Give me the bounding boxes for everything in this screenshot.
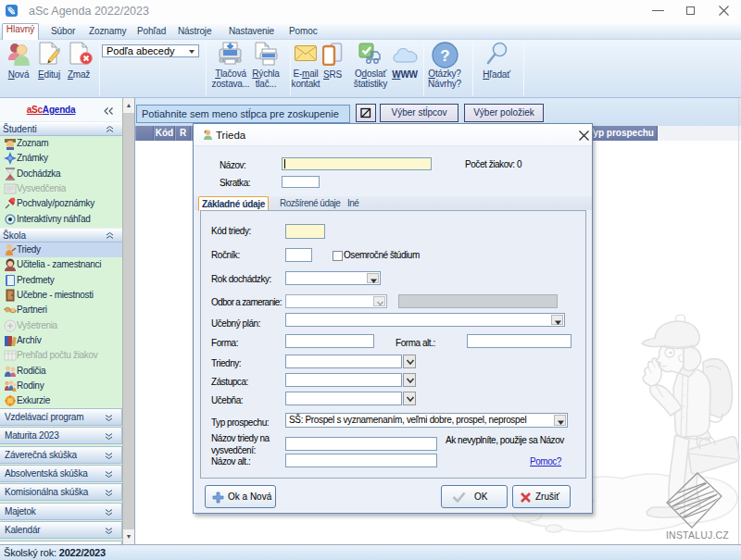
svg-text:?: ? xyxy=(440,47,449,65)
svg-text:INSTALUJ.CZ: INSTALUJ.CZ xyxy=(666,529,729,541)
